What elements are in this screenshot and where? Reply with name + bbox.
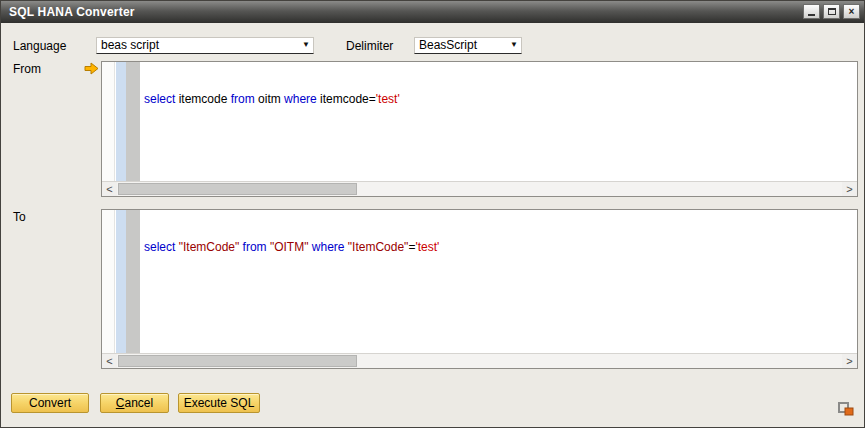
editor-folding-margin [126, 210, 140, 353]
from-label: From [13, 62, 41, 76]
close-button[interactable]: × [843, 4, 860, 19]
scroll-left-icon[interactable]: < [102, 182, 117, 196]
link-arrow-icon[interactable] [84, 62, 99, 75]
scrollbar-thumb[interactable] [118, 355, 357, 367]
scrollbar-thumb[interactable] [118, 183, 357, 195]
editor-bookmark-margin [116, 62, 126, 181]
from-editor: select itemcode from oitm where itemcode… [101, 61, 858, 197]
close-icon: × [849, 7, 855, 17]
maximize-icon [828, 8, 836, 15]
convert-button[interactable]: Convert [11, 393, 89, 413]
to-label: To [13, 210, 26, 224]
scroll-left-icon[interactable]: < [102, 354, 117, 368]
delimiter-value: BeasScript [419, 38, 477, 52]
to-code-area[interactable]: select "ItemCode" from "OITM" where "Ite… [140, 210, 857, 353]
editor-folding-margin [126, 62, 140, 181]
scrollbar-track[interactable] [117, 182, 842, 196]
from-code-area[interactable]: select itemcode from oitm where itemcode… [140, 62, 857, 181]
to-editor-hscrollbar[interactable]: < > [102, 353, 857, 368]
cancel-button[interactable]: Cancel [100, 393, 169, 413]
language-value: beas script [101, 38, 159, 52]
window-controls: × [803, 4, 860, 19]
minimize-button[interactable] [803, 4, 820, 19]
delimiter-label: Delimiter [346, 39, 393, 53]
scroll-right-icon[interactable]: > [842, 182, 857, 196]
resize-grip-icon[interactable] [838, 400, 854, 416]
to-editor: select "ItemCode" from "OITM" where "Ite… [101, 209, 858, 369]
from-editor-hscrollbar[interactable]: < > [102, 181, 857, 196]
sql-hana-converter-window: SQL HANA Converter × Language beas scrip… [0, 0, 865, 428]
chevron-down-icon: ▼ [510, 41, 518, 49]
language-combobox[interactable]: beas script ▼ [96, 37, 314, 54]
minimize-icon [808, 14, 815, 16]
execute-sql-button[interactable]: Execute SQL [178, 393, 260, 413]
to-code-line: select "ItemCode" from "OITM" where "Ite… [144, 240, 853, 254]
editor-selection-margin [102, 210, 115, 353]
editor-bookmark-margin [116, 210, 126, 353]
title-bar: SQL HANA Converter × [1, 1, 864, 23]
editor-selection-margin [102, 62, 115, 181]
maximize-button[interactable] [823, 4, 840, 19]
chevron-down-icon: ▼ [302, 41, 310, 49]
delimiter-combobox[interactable]: BeasScript ▼ [414, 37, 522, 54]
language-label: Language [13, 39, 66, 53]
window-title: SQL HANA Converter [1, 5, 135, 19]
scrollbar-track[interactable] [117, 354, 842, 368]
scroll-right-icon[interactable]: > [842, 354, 857, 368]
from-code-line: select itemcode from oitm where itemcode… [144, 92, 853, 106]
